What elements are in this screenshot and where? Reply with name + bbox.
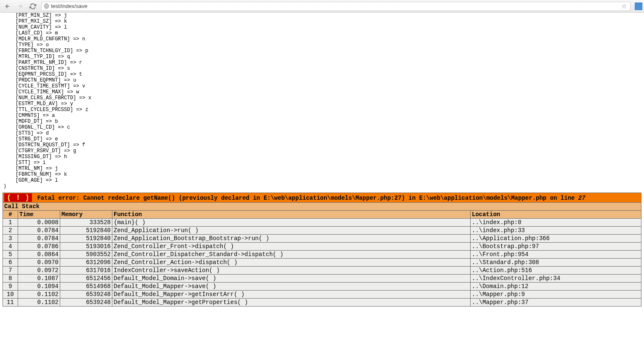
error-header: ( ! ) Fatal error: Cannot redeclare getN… — [3, 193, 641, 203]
stack-location: ..\index.php:33 — [471, 227, 641, 235]
stack-num: 5 — [3, 251, 18, 259]
arrow-right-icon — [17, 3, 23, 9]
stack-memory: 333528 — [60, 219, 112, 227]
stack-time: 0.0786 — [18, 243, 60, 251]
stack-memory: 6514968 — [60, 283, 112, 291]
reload-button[interactable] — [27, 1, 39, 11]
stack-row: 50.08645903552Zend_Controller_Dispatcher… — [3, 251, 641, 259]
stack-time: 0.1102 — [18, 299, 60, 307]
stack-memory: 6539248 — [60, 299, 112, 307]
stack-row: 30.07845192840Zend_Application_Bootstrap… — [3, 235, 641, 243]
stack-function: Zend_Application->run( ) — [112, 227, 471, 235]
stack-row: 80.10876512456Default_Model_Domain->save… — [3, 275, 641, 283]
stack-num: 4 — [3, 243, 18, 251]
stack-memory: 6539248 — [60, 291, 112, 299]
stack-location: ..\Mapper.php:37 — [471, 299, 641, 307]
stack-time: 0.0970 — [18, 259, 60, 267]
stack-location: ..\Bootstrap.php:97 — [471, 243, 641, 251]
url-text: test/index/save — [51, 3, 620, 9]
stack-row: 40.07865193016Zend_Controller_Front->dis… — [3, 243, 641, 251]
stack-location: ..\IndexController.php:34 — [471, 275, 641, 283]
stack-location: ..\Domain.php:12 — [471, 283, 641, 291]
stack-function: Zend_Controller_Front->dispatch( ) — [112, 243, 471, 251]
stack-num: 3 — [3, 235, 18, 243]
error-message: Cannot redeclare getName() (previously d… — [83, 195, 575, 201]
stack-num: 10 — [3, 291, 18, 299]
stack-location: ..\Mapper.php:9 — [471, 291, 641, 299]
stack-time: 0.0864 — [18, 251, 60, 259]
stack-row: 110.11026539248Default_Model_Mapper->get… — [3, 299, 641, 307]
reload-icon — [29, 3, 36, 10]
stack-function: Zend_Controller_Dispatcher_Standard->dis… — [112, 251, 471, 259]
page-output: [PRT_MIN_SZ] => j [PRT_MXI_SZ] => k [NUM… — [0, 13, 644, 189]
stack-time: 0.1087 — [18, 275, 60, 283]
stack-row: 20.07845192840Zend_Application->run( )..… — [3, 227, 641, 235]
stack-num: 6 — [3, 259, 18, 267]
stack-function: Default_Model_Mapper->getInsertArr( ) — [112, 291, 471, 299]
col-location: Location — [471, 211, 641, 219]
stack-row: 60.09706312096Zend_Controller_Action->di… — [3, 259, 641, 267]
col-function: Function — [112, 211, 471, 219]
stack-num: 9 — [3, 283, 18, 291]
stack-function: Default_Model_Mapper->save( ) — [112, 283, 471, 291]
stack-location: ..\Action.php:516 — [471, 267, 641, 275]
stack-memory: 5192840 — [60, 227, 112, 235]
globe-icon — [43, 3, 49, 9]
stack-function: {main}( ) — [112, 219, 471, 227]
stack-location: ..\Front.php:954 — [471, 251, 641, 259]
extension-icon[interactable] — [635, 3, 642, 10]
stack-row: 70.09726317016IndexController->saveActio… — [3, 267, 641, 275]
stack-num: 7 — [3, 267, 18, 275]
stack-num: 1 — [3, 219, 18, 227]
col-time: Time — [18, 211, 60, 219]
bookmark-star-icon[interactable]: ☆ — [620, 3, 628, 10]
browser-toolbar: test/index/save ☆ — [0, 0, 644, 13]
stack-memory: 6317016 — [60, 267, 112, 275]
stack-row: 90.10946514968Default_Model_Mapper->save… — [3, 283, 641, 291]
stack-num: 2 — [3, 227, 18, 235]
stack-memory: 5193016 — [60, 243, 112, 251]
stack-time: 0.1102 — [18, 291, 60, 299]
callstack-title: Call Stack — [3, 203, 641, 211]
stack-function: Zend_Controller_Action->dispatch( ) — [112, 259, 471, 267]
stack-time: 0.1094 — [18, 283, 60, 291]
stack-time: 0.0008 — [18, 219, 60, 227]
stack-row: 10.0008333528{main}( )..\index.php:0 — [3, 219, 641, 227]
back-button[interactable] — [2, 1, 13, 11]
address-bar[interactable]: test/index/save ☆ — [41, 2, 631, 11]
stack-time: 0.0972 — [18, 267, 60, 275]
stack-location: ..\index.php:0 — [471, 219, 641, 227]
forward-button[interactable] — [14, 1, 26, 11]
stack-function: Default_Model_Domain->save( ) — [112, 275, 471, 283]
error-line: 27 — [578, 195, 585, 201]
stack-memory: 6512456 — [60, 275, 112, 283]
stack-row: 100.11026539248Default_Model_Mapper->get… — [3, 291, 641, 299]
xdebug-error-block: ( ! ) Fatal error: Cannot redeclare getN… — [3, 193, 641, 307]
stack-num: 11 — [3, 299, 18, 307]
callstack-header-row: # Time Memory Function Location — [3, 211, 641, 219]
stack-function: Default_Model_Mapper->getProperties( ) — [112, 299, 471, 307]
stack-memory: 5903552 — [60, 251, 112, 259]
stack-memory: 5192840 — [60, 235, 112, 243]
col-memory: Memory — [60, 211, 112, 219]
stack-time: 0.0784 — [18, 235, 60, 243]
stack-location: ..\Application.php:366 — [471, 235, 641, 243]
stack-num: 8 — [3, 275, 18, 283]
stack-memory: 6312096 — [60, 259, 112, 267]
xdebug-error-table: ( ! ) Fatal error: Cannot redeclare getN… — [3, 193, 641, 307]
stack-location: ..\Standard.php:308 — [471, 259, 641, 267]
error-bang-icon: ( ! ) — [4, 193, 32, 202]
error-type: Fatal error: — [37, 195, 80, 201]
arrow-left-icon — [5, 3, 11, 9]
stack-function: Zend_Application_Bootstrap_Bootstrap->ru… — [112, 235, 471, 243]
stack-function: IndexController->saveAction( ) — [112, 267, 471, 275]
stack-time: 0.0784 — [18, 227, 60, 235]
col-num: # — [3, 211, 18, 219]
